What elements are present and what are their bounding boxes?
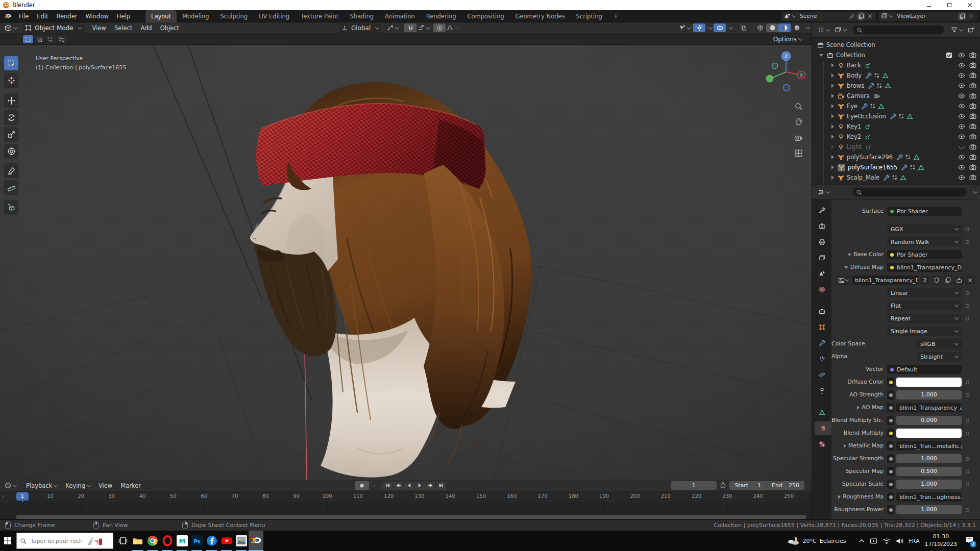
scene-selector[interactable]: Scene (781, 12, 876, 21)
outliner-row-light[interactable]: Light (812, 142, 980, 152)
auto-keying-button[interactable] (355, 481, 369, 490)
color-swatch[interactable] (896, 429, 962, 438)
expand-arrow-icon[interactable] (844, 266, 848, 269)
timeline-scrollbar-thumb[interactable] (16, 515, 806, 519)
timeline-menu-keying[interactable]: Keying (61, 480, 94, 492)
shading-wireframe-button[interactable] (754, 23, 766, 32)
editor-type-button[interactable] (2, 23, 19, 33)
jump-to-end-button[interactable] (436, 482, 447, 490)
texture-link-field[interactable]: blinn1_Tran...ughness.jpg (896, 492, 962, 502)
properties-tab-scene[interactable] (815, 267, 829, 280)
use-preview-range-icon[interactable] (720, 482, 726, 489)
properties-tab-output[interactable] (815, 235, 829, 248)
eye-icon[interactable] (958, 123, 965, 130)
outliner-filter-button[interactable] (948, 26, 965, 35)
show-gizmo-toggle[interactable] (693, 23, 705, 32)
properties-tab-texture[interactable] (815, 437, 829, 450)
socket-chip[interactable] (887, 492, 894, 502)
value-slider[interactable]: 0.000 (896, 416, 962, 425)
show-overlays-toggle[interactable] (714, 23, 726, 32)
texture-link-field[interactable]: blinn1_Transparency_a... (896, 403, 962, 412)
collection-checkbox[interactable] (946, 52, 952, 59)
tool-cursor-button[interactable] (4, 73, 18, 87)
render-visibility-icon[interactable] (969, 72, 976, 79)
dropdown-field[interactable]: sRGB (917, 339, 962, 348)
expand-arrow-icon[interactable] (819, 54, 823, 57)
expand-arrow-icon[interactable] (831, 124, 834, 129)
properties-tab-physics[interactable] (815, 368, 829, 381)
value-slider[interactable]: 1.000 (896, 390, 962, 399)
taskbar-app-opera[interactable] (160, 531, 175, 551)
animate-decorator[interactable] (966, 483, 969, 486)
taskbar-app-blender[interactable] (249, 531, 263, 551)
dropdown-field[interactable]: GGX (887, 224, 962, 234)
animate-decorator[interactable] (966, 291, 969, 295)
taskbar-app-youtube[interactable] (219, 531, 234, 551)
maximize-button[interactable] (939, 0, 960, 10)
tool-select-box-button[interactable] (4, 56, 18, 70)
properties-tab-object[interactable] (815, 320, 829, 334)
render-visibility-icon[interactable] (969, 123, 976, 130)
outliner-row-eyeocclusion[interactable]: EyeOcclusion (812, 111, 980, 121)
expand-arrow-icon[interactable] (831, 155, 834, 159)
expand-arrow-icon[interactable] (831, 176, 834, 180)
unlink-image-button[interactable] (965, 276, 975, 285)
workspace-tab-rendering[interactable]: Rendering (421, 10, 462, 22)
volume-icon[interactable] (896, 538, 904, 544)
socket-chip[interactable] (887, 467, 894, 476)
tool-measure-button[interactable] (4, 180, 18, 194)
new-collection-button[interactable] (965, 26, 977, 35)
clock-widget[interactable]: 01:30 17/10/2023 (925, 533, 957, 548)
workspace-tab-compositing[interactable]: Compositing (461, 10, 509, 22)
tool-add-cube-button[interactable] (4, 200, 18, 214)
dropdown-field[interactable]: Straight (917, 352, 962, 361)
start-frame-field[interactable]: Start1 (729, 482, 766, 489)
viewport-menu-view[interactable]: View (88, 22, 110, 34)
render-visibility-icon[interactable] (969, 62, 976, 69)
eye-closed-icon[interactable] (958, 143, 965, 151)
animate-decorator[interactable] (966, 508, 969, 512)
animate-decorator[interactable] (966, 304, 969, 308)
image-users-count[interactable]: 2 (920, 276, 930, 285)
outliner-display-mode-button[interactable] (832, 26, 849, 35)
play-reverse-button[interactable] (404, 482, 414, 490)
view-layer-name[interactable]: ViewLayer (897, 13, 958, 19)
eye-icon[interactable] (958, 82, 965, 89)
camera-view-icon[interactable] (792, 132, 804, 144)
expand-arrow-icon[interactable] (838, 495, 841, 499)
render-visibility-icon[interactable] (969, 103, 976, 110)
render-visibility-icon[interactable] (969, 154, 976, 161)
delete-scene-icon[interactable] (867, 13, 873, 19)
screen-cast-icon[interactable] (870, 538, 877, 544)
options-button[interactable]: Options (771, 35, 804, 44)
outliner-row-camera[interactable]: Camera (812, 91, 980, 101)
pack-image-button[interactable] (954, 276, 964, 285)
select-mode-new-button[interactable] (23, 35, 33, 43)
view-layer-selector[interactable]: ViewLayer (878, 12, 977, 21)
workspace-tab-uv-editing[interactable]: UV Editing (253, 10, 295, 22)
dropdown-field[interactable]: Linear (887, 288, 962, 297)
snap-toggle[interactable] (404, 23, 416, 32)
render-visibility-icon[interactable] (969, 52, 976, 59)
pin-icon[interactable] (849, 13, 855, 19)
outliner-row-key1[interactable]: Key1 (812, 121, 980, 132)
texture-link-field[interactable]: blinn1_Tran...metallic.pn (896, 441, 962, 450)
jump-to-start-button[interactable] (382, 482, 393, 490)
eye-icon[interactable] (958, 133, 965, 140)
taskbar-app-explorer[interactable] (130, 531, 145, 551)
menu-file[interactable]: File (15, 10, 33, 22)
dropdown-field[interactable]: Flat (887, 301, 962, 310)
taskbar-app-facebook[interactable] (204, 531, 219, 551)
next-keyframe-button[interactable] (425, 482, 436, 490)
select-mode-intersect-button[interactable] (57, 35, 67, 43)
snapping-dropdown[interactable] (384, 23, 401, 33)
color-swatch[interactable] (896, 378, 962, 387)
timeline-expand-arrow[interactable]: › (2, 493, 4, 499)
eye-icon[interactable] (958, 52, 965, 59)
select-mode-subtract-button[interactable] (45, 35, 56, 43)
value-slider[interactable]: 0.500 (896, 467, 962, 476)
tool-move-button[interactable] (4, 93, 18, 108)
prev-keyframe-button[interactable] (393, 482, 404, 490)
start-button[interactable] (0, 531, 15, 551)
ortho-grid-icon[interactable] (792, 147, 804, 159)
